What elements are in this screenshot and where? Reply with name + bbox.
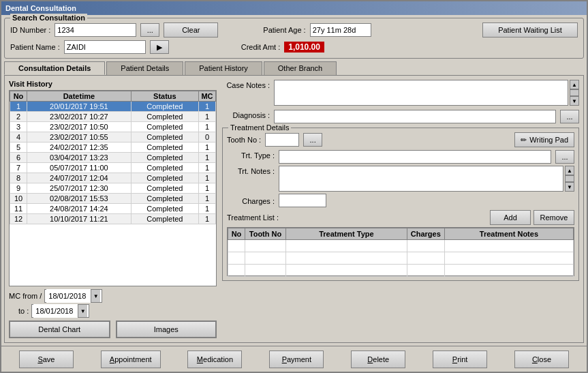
id-input[interactable] — [55, 23, 136, 37]
visit-status: Completed — [131, 163, 198, 173]
save-button[interactable]: Save — [19, 350, 74, 368]
visit-no: 4 — [10, 132, 27, 143]
mc-from-date[interactable]: ▼ — [44, 289, 102, 303]
visit-no: 8 — [10, 173, 27, 183]
trt-notes-scroll-down[interactable]: ▼ — [565, 182, 574, 192]
visit-datetime: 23/02/2017 10:27 — [27, 112, 131, 122]
tab-patient-details[interactable]: Patient Details — [106, 61, 183, 75]
treatment-row-empty-3 — [228, 265, 574, 277]
visit-row[interactable]: 8 24/07/2017 12:04 Completed 1 — [10, 173, 216, 183]
search-group-title: Search Consultation — [10, 14, 87, 22]
visit-datetime: 20/01/2017 19:51 — [27, 102, 131, 112]
print-button[interactable]: Print — [433, 350, 487, 368]
visit-row[interactable]: 5 24/02/2017 12:35 Completed 1 — [10, 143, 216, 153]
dental-chart-button[interactable]: Dental Chart — [9, 320, 110, 338]
payment-button[interactable]: Payment — [269, 350, 324, 368]
visit-row[interactable]: 3 23/02/2017 10:50 Completed 1 — [10, 122, 216, 132]
right-panel: Case Notes : ▲ ▼ Diagnosis : — [222, 80, 579, 338]
search-row-1: ID Number : ... Clear Patient Age : Pati… — [10, 23, 578, 38]
waiting-list-button[interactable]: Patient Waiting List — [482, 23, 578, 38]
tooth-no-input[interactable] — [265, 133, 299, 147]
search-row-2: Patient Name : ▶ Credit Amt : 1,010.00 — [10, 40, 578, 54]
mc-to-input[interactable] — [33, 304, 78, 318]
tab-patient-history[interactable]: Patient History — [185, 61, 262, 75]
patient-forward-button[interactable]: ▶ — [150, 40, 169, 54]
case-notes-scroll-down[interactable]: ▼ — [570, 96, 579, 106]
visit-status: Completed — [131, 194, 198, 204]
id-browse-button[interactable]: ... — [140, 23, 159, 37]
window-title: Dental Consultation — [5, 4, 76, 12]
tooth-browse-button[interactable]: ... — [303, 133, 322, 147]
visit-status: Completed — [131, 132, 198, 143]
tab-other-branch[interactable]: Other Branch — [264, 61, 337, 75]
medication-button[interactable]: Medication — [187, 350, 242, 368]
visit-datetime: 23/02/2017 10:55 — [27, 132, 131, 143]
visit-datetime: 24/07/2017 12:04 — [27, 173, 131, 183]
age-label: Patient Age : — [263, 26, 305, 34]
trt-type-input[interactable] — [279, 150, 551, 164]
visit-no: 10 — [10, 194, 27, 204]
trt-type-browse-button[interactable]: ... — [555, 150, 574, 164]
trt-notes-textarea[interactable] — [279, 166, 563, 192]
charges-input[interactable] — [279, 194, 326, 207]
visit-row[interactable]: 10 02/08/2017 15:53 Completed 1 — [10, 194, 216, 204]
appointment-button[interactable]: Appointment — [101, 350, 161, 368]
visit-datetime: 05/07/2017 11:00 — [27, 163, 131, 173]
close-button[interactable]: Close — [514, 350, 569, 368]
mc-to-dropdown[interactable]: ▼ — [78, 305, 87, 317]
mc-to-date[interactable]: ▼ — [31, 304, 89, 318]
credit-amount: 1,010.00 — [284, 42, 324, 53]
title-bar: Dental Consultation — [1, 1, 587, 15]
mc-from-input[interactable] — [46, 289, 91, 303]
diagnosis-browse-button[interactable]: ... — [560, 110, 579, 123]
visit-status: Completed — [131, 122, 198, 132]
visit-no: 6 — [10, 153, 27, 163]
charges-row: Charges : — [227, 194, 574, 207]
tooth-no-label: Tooth No : — [227, 136, 261, 144]
case-notes-scroll-up[interactable]: ▲ — [570, 80, 579, 89]
visit-row[interactable]: 6 03/04/2017 13:23 Completed 1 — [10, 153, 216, 163]
case-notes-row: Case Notes : ▲ ▼ — [222, 80, 579, 106]
visit-row[interactable]: 1 20/01/2017 19:51 Completed 1 — [10, 102, 216, 112]
trt-notes-label: Trt. Notes : — [227, 166, 275, 175]
add-remove-row: Add Remove — [490, 210, 574, 225]
writing-pad-button[interactable]: ✏ Writing Pad — [514, 132, 574, 147]
trt-type-label: Trt. Type : — [227, 150, 275, 160]
visit-datetime: 23/02/2017 10:50 — [27, 122, 131, 132]
visit-datetime: 24/08/2017 14:24 — [27, 204, 131, 214]
main-window: Dental Consultation Search Consultation … — [0, 0, 588, 373]
mc-from-dropdown[interactable]: ▼ — [91, 290, 100, 302]
images-button[interactable]: Images — [116, 320, 217, 338]
visit-row[interactable]: 12 10/10/2017 11:21 Completed 1 — [10, 214, 216, 224]
clear-button[interactable]: Clear — [164, 23, 218, 38]
visit-no: 2 — [10, 112, 27, 122]
mc-to-row: to : ▼ — [9, 304, 217, 318]
visit-row[interactable]: 2 23/02/2017 10:27 Completed 1 — [10, 112, 216, 122]
visit-mc: 1 — [199, 112, 216, 122]
visit-mc: 1 — [199, 183, 216, 194]
add-button[interactable]: Add — [490, 210, 531, 225]
visit-status: Completed — [131, 173, 198, 183]
visit-no: 9 — [10, 183, 27, 194]
diagnosis-label: Diagnosis : — [222, 110, 270, 119]
visit-row[interactable]: 11 24/08/2017 14:24 Completed 1 — [10, 204, 216, 214]
trt-notes-scroll-up[interactable]: ▲ — [565, 166, 574, 175]
visit-row[interactable]: 7 05/07/2017 11:00 Completed 1 — [10, 163, 216, 173]
visit-mc: 1 — [199, 214, 216, 224]
visit-row[interactable]: 9 25/07/2017 12:30 Completed 1 — [10, 183, 216, 194]
delete-button[interactable]: Delete — [351, 350, 405, 368]
treatment-table: No Tooth No Treatment Type Charges Treat… — [228, 228, 574, 277]
visit-mc: 1 — [199, 194, 216, 204]
visit-status: Completed — [131, 204, 198, 214]
visit-mc: 1 — [199, 163, 216, 173]
patient-input[interactable] — [64, 40, 146, 54]
visit-mc: 1 — [199, 153, 216, 163]
diagnosis-input[interactable] — [274, 110, 556, 123]
writing-pad-icon: ✏ — [521, 136, 527, 145]
visit-row[interactable]: 4 23/02/2017 10:55 Completed 0 — [10, 132, 216, 143]
tab-consultation-details[interactable]: Consultation Details — [4, 61, 105, 75]
col-no: No — [10, 91, 27, 102]
treatment-row-empty-1 — [228, 240, 574, 252]
remove-button[interactable]: Remove — [533, 210, 574, 225]
case-notes-textarea[interactable] — [274, 80, 568, 106]
